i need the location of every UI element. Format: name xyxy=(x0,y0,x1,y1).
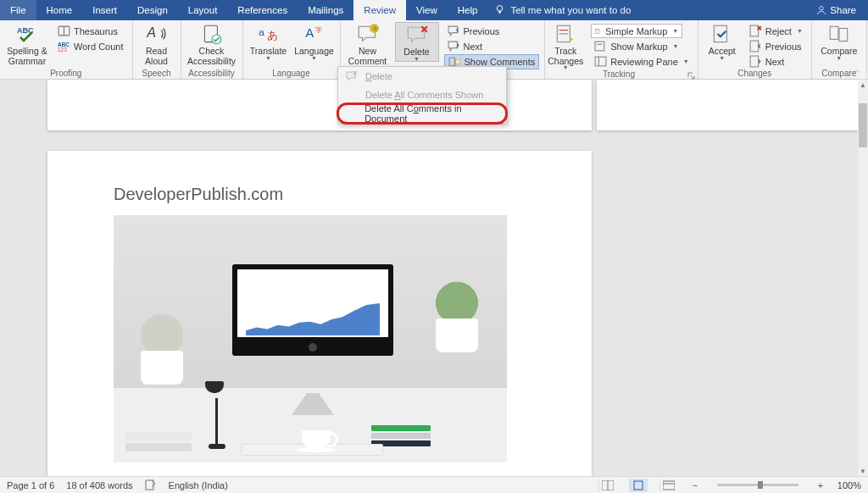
page-prev-bottom-right xyxy=(597,80,858,130)
read-aloud-icon: A xyxy=(145,24,169,46)
svg-text:a: a xyxy=(259,26,264,38)
svg-rect-25 xyxy=(595,42,604,51)
check-accessibility-button[interactable]: Check Accessibility xyxy=(186,22,237,66)
thesaurus-button[interactable]: Thesaurus xyxy=(54,24,127,38)
scroll-up-icon[interactable]: ▲ xyxy=(858,80,868,90)
tab-help[interactable]: Help xyxy=(448,0,488,20)
scroll-thumb[interactable] xyxy=(859,103,867,147)
prev-change-icon xyxy=(749,41,762,53)
tab-design[interactable]: Design xyxy=(127,0,178,20)
zoom-slider[interactable] xyxy=(717,484,798,486)
svg-text:字: 字 xyxy=(315,26,322,34)
svg-rect-30 xyxy=(750,25,759,36)
tab-references[interactable]: References xyxy=(227,0,298,20)
group-label-changes: Changes xyxy=(704,69,806,79)
group-changes: Accept ▼ Reject▼ Previous Next Changes xyxy=(698,20,812,79)
accept-button[interactable]: Accept ▼ xyxy=(704,22,741,60)
svg-text:A: A xyxy=(146,25,156,40)
tab-insert[interactable]: Insert xyxy=(82,0,127,20)
reviewing-pane-button[interactable]: Reviewing Pane▼ xyxy=(591,54,692,69)
view-print-layout[interactable] xyxy=(629,479,648,492)
tab-review[interactable]: Review xyxy=(353,0,406,20)
group-label-speech: Speech xyxy=(138,69,175,79)
caret-down-icon: ▼ xyxy=(836,57,842,60)
group-accessibility: Check Accessibility Accessibility xyxy=(181,20,243,79)
menu-delete-all-in-document[interactable]: Delete All Comments in Document xyxy=(338,104,506,123)
tab-file[interactable]: File xyxy=(0,0,36,20)
proofing-status-icon[interactable] xyxy=(145,479,157,492)
caret-down-icon: ▼ xyxy=(414,58,420,61)
word-count-button[interactable]: ABC123 Word Count xyxy=(54,39,127,53)
tab-layout[interactable]: Layout xyxy=(178,0,228,20)
group-label-language: Language xyxy=(248,69,335,79)
zoom-out-button[interactable]: − xyxy=(690,480,700,490)
group-label-accessibility: Accessibility xyxy=(186,69,237,79)
view-read-mode[interactable] xyxy=(598,479,617,492)
previous-change-button[interactable]: Previous xyxy=(746,39,806,53)
language-icon: A字 xyxy=(303,24,326,46)
svg-point-0 xyxy=(498,5,504,11)
next-change-icon xyxy=(749,56,762,68)
lightbulb-icon xyxy=(494,4,505,17)
share-button[interactable]: Share xyxy=(804,5,868,15)
comment-new-icon: ✚ xyxy=(356,24,380,46)
reject-button[interactable]: Reject▼ xyxy=(746,24,806,38)
svg-rect-27 xyxy=(595,57,606,66)
group-proofing: ABC Spelling & Grammar Thesaurus ABC123 … xyxy=(0,20,133,79)
group-tracking: Track Changes ▼ Simple Markup▼ Show Mark… xyxy=(544,20,698,79)
status-language[interactable]: English (India) xyxy=(169,480,228,490)
page-title: DeveloperPublish.com xyxy=(114,185,283,204)
menu-delete-all-shown[interactable]: Delete All Comments Shown xyxy=(338,86,506,104)
show-markup-icon xyxy=(594,41,607,53)
abc-check-icon: ABC xyxy=(15,24,39,46)
svg-rect-29 xyxy=(714,25,726,42)
zoom-level[interactable]: 100% xyxy=(837,480,861,490)
document-image[interactable] xyxy=(114,215,507,463)
delete-comment-button[interactable]: Delete ▼ xyxy=(395,22,439,62)
status-bar: Page 1 of 6 18 of 408 words English (Ind… xyxy=(0,476,868,493)
track-changes-icon xyxy=(554,24,577,46)
track-changes-button[interactable]: Track Changes ▼ xyxy=(545,22,586,69)
svg-text:A: A xyxy=(305,25,314,40)
document-page[interactable]: DeveloperPublish.com xyxy=(47,151,592,476)
new-comment-button[interactable]: ✚ New Comment xyxy=(346,22,390,66)
menu-delete-comment[interactable]: Delete xyxy=(338,67,506,86)
translate-button[interactable]: aあ Translate ▼ xyxy=(248,22,289,60)
accept-icon xyxy=(710,24,734,46)
spelling-grammar-button[interactable]: ABC Spelling & Grammar xyxy=(5,22,49,66)
status-page[interactable]: Page 1 of 6 xyxy=(7,480,54,490)
group-speech: A Read Aloud Speech xyxy=(133,20,181,79)
next-comment-button[interactable]: Next xyxy=(444,39,540,53)
monitor-chart xyxy=(246,303,380,335)
zoom-in-button[interactable]: + xyxy=(815,480,826,490)
tab-view[interactable]: View xyxy=(406,0,448,20)
comment-delete-icon xyxy=(345,70,359,82)
read-aloud-button[interactable]: A Read Aloud xyxy=(138,22,175,66)
page-prev-bottom xyxy=(47,80,592,130)
show-markup-button[interactable]: Show Markup▼ xyxy=(591,39,692,53)
tab-mailings[interactable]: Mailings xyxy=(298,0,353,20)
display-for-review-dropdown[interactable]: Simple Markup▼ xyxy=(591,24,682,38)
accessibility-icon xyxy=(200,24,224,46)
vertical-scrollbar[interactable]: ▲ ▼ xyxy=(858,80,868,476)
collapse-ribbon-button[interactable]: ︿ xyxy=(853,64,861,76)
caret-down-icon: ▼ xyxy=(311,57,317,60)
group-language: aあ Translate ▼ A字 Language ▼ Language xyxy=(243,20,341,79)
scroll-down-icon[interactable]: ▼ xyxy=(858,466,868,476)
markup-icon xyxy=(595,25,602,37)
language-button[interactable]: A字 Language ▼ xyxy=(294,22,335,60)
reject-icon xyxy=(749,25,762,37)
svg-rect-23 xyxy=(596,29,599,34)
compare-button[interactable]: Compare ▼ xyxy=(817,22,861,60)
tell-me-search[interactable]: Tell me what you want to do xyxy=(510,5,631,15)
previous-comment-button[interactable]: Previous xyxy=(444,24,540,38)
next-change-button[interactable]: Next xyxy=(746,54,806,69)
svg-rect-1 xyxy=(499,11,501,13)
view-web-layout[interactable] xyxy=(659,479,678,492)
title-tabs: File Home Insert Design Layout Reference… xyxy=(0,0,868,20)
dialog-launcher-tracking[interactable] xyxy=(687,69,696,77)
tab-home[interactable]: Home xyxy=(36,0,83,20)
group-label-proofing: Proofing xyxy=(5,69,127,79)
svg-text:✚: ✚ xyxy=(371,25,378,33)
status-word-count[interactable]: 18 of 408 words xyxy=(66,480,132,490)
